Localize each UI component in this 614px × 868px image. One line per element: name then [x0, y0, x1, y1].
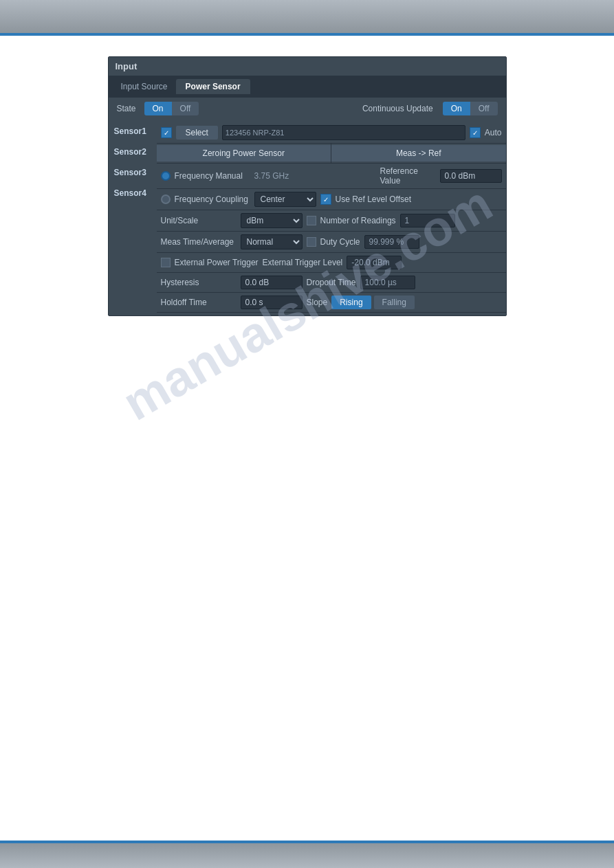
- hysteresis-input[interactable]: [241, 276, 303, 289]
- state-off-button[interactable]: Off: [172, 102, 199, 115]
- frequency-coupling-row: Frequency Coupling Center ✓ Use Ref Leve…: [157, 189, 506, 210]
- hysteresis-label: Hysteresis: [161, 278, 237, 287]
- external-trigger-level-input[interactable]: [347, 256, 402, 269]
- holdoff-time-input[interactable]: [241, 296, 303, 309]
- reference-value-label: Reference Value: [380, 166, 436, 186]
- top-bar-blue-line: [0, 33, 614, 36]
- number-of-readings-checkbox[interactable]: [307, 216, 316, 225]
- form-area: ✓ Select ✓ Auto Zeroing Power Sensor Mea…: [157, 120, 506, 315]
- sensor1-checkbox[interactable]: ✓: [161, 127, 172, 138]
- continuous-on-button[interactable]: On: [443, 102, 470, 115]
- frequency-manual-label: Frequency Manual: [175, 171, 250, 181]
- slope-section: Slope Rising Falling: [307, 296, 502, 309]
- sensor1-btn[interactable]: Sensor1: [109, 121, 157, 142]
- panel: Input Input Source Power Sensor State On…: [108, 56, 507, 316]
- frequency-manual-value: 3.75 GHz: [254, 171, 376, 181]
- auto-checkbox[interactable]: ✓: [470, 127, 481, 138]
- duty-cycle-label: Duty Cycle: [320, 237, 360, 247]
- bottom-bar: [0, 841, 614, 868]
- tab-bar: Input Source Power Sensor: [109, 76, 506, 98]
- slope-label: Slope: [307, 298, 328, 307]
- rising-button[interactable]: Rising: [331, 296, 371, 309]
- duty-cycle-input[interactable]: [364, 235, 419, 249]
- duty-cycle-section: Duty Cycle: [307, 235, 502, 249]
- top-bar: [0, 0, 614, 36]
- auto-label: Auto: [485, 128, 502, 137]
- falling-button[interactable]: Falling: [374, 296, 415, 309]
- frequency-coupling-select[interactable]: Center: [254, 192, 316, 207]
- frequency-manual-row: Frequency Manual 3.75 GHz Reference Valu…: [157, 164, 506, 189]
- use-ref-level-offset-label: Use Ref Level Offset: [336, 194, 412, 204]
- state-row: State On Off Continuous Update On Off: [109, 98, 506, 120]
- external-trigger-level-label: External Trigger Level: [263, 258, 343, 267]
- continuous-update-btn-group: On Off: [443, 102, 498, 115]
- duty-cycle-checkbox[interactable]: [307, 237, 316, 247]
- sensor1-row: ✓ Select ✓ Auto: [157, 122, 506, 144]
- frequency-coupling-label: Frequency Coupling: [175, 194, 250, 204]
- number-of-readings-input[interactable]: [400, 214, 455, 227]
- sensor-dropdown[interactable]: [222, 125, 465, 140]
- zeroing-button[interactable]: Zeroing Power Sensor: [157, 145, 331, 162]
- external-power-trigger-checkbox[interactable]: [161, 258, 171, 267]
- number-of-readings-label: Number of Readings: [320, 216, 396, 225]
- frequency-manual-radio[interactable]: [161, 171, 171, 181]
- sensor3-btn[interactable]: Sensor3: [109, 162, 157, 183]
- external-trigger-level-section: External Trigger Level: [263, 256, 502, 269]
- use-ref-level-offset-section: ✓ Use Ref Level Offset: [320, 194, 502, 205]
- sensor4-btn[interactable]: Sensor4: [109, 183, 157, 203]
- select-button[interactable]: Select: [176, 126, 218, 140]
- dropout-time-section: Dropout Time: [307, 276, 502, 289]
- zeroing-row: Zeroing Power Sensor Meas -> Ref: [157, 144, 506, 164]
- sensor2-btn[interactable]: Sensor2: [109, 142, 157, 162]
- unit-scale-label: Unit/Scale: [161, 216, 237, 225]
- number-of-readings-section: Number of Readings: [307, 214, 502, 227]
- hysteresis-row: Hysteresis Dropout Time: [157, 273, 506, 293]
- panel-header: Input: [109, 57, 506, 76]
- meas-time-average-label: Meas Time/Average: [161, 237, 237, 247]
- external-power-trigger-row: External Power Trigger External Trigger …: [157, 253, 506, 273]
- unit-scale-row: Unit/Scale dBm Number of Readings: [157, 210, 506, 232]
- slope-btn-group: Rising Falling: [331, 296, 415, 309]
- frequency-coupling-radio[interactable]: [161, 194, 171, 204]
- main-content: Input Input Source Power Sensor State On…: [0, 36, 614, 337]
- unit-scale-select[interactable]: dBm: [241, 213, 303, 228]
- dropout-time-label: Dropout Time: [307, 278, 356, 287]
- tab-input-source[interactable]: Input Source: [113, 79, 176, 94]
- continuous-off-button[interactable]: Off: [470, 102, 498, 115]
- sensor-nav: Sensor1 Sensor2 Sensor3 Sensor4: [109, 120, 157, 315]
- state-label: State: [117, 104, 136, 113]
- tab-power-sensor[interactable]: Power Sensor: [176, 79, 250, 94]
- meas-time-average-row: Meas Time/Average Normal Duty Cycle: [157, 232, 506, 253]
- continuous-update-label: Continuous Update: [362, 104, 433, 113]
- reference-value-section: Reference Value: [380, 166, 502, 186]
- bottom-bar-blue-line: [0, 841, 614, 843]
- state-on-button[interactable]: On: [144, 102, 172, 115]
- meas-time-average-select[interactable]: Normal: [241, 234, 303, 249]
- use-ref-level-offset-checkbox[interactable]: ✓: [320, 194, 331, 205]
- meas-ref-button[interactable]: Meas -> Ref: [331, 145, 506, 162]
- reference-value-input[interactable]: [440, 169, 502, 183]
- holdoff-time-row: Holdoff Time Slope Rising Falling: [157, 293, 506, 313]
- state-btn-group: On Off: [144, 102, 199, 115]
- holdoff-time-label: Holdoff Time: [161, 298, 237, 307]
- dropout-time-input[interactable]: [360, 276, 415, 289]
- sensor-grid: Sensor1 Sensor2 Sensor3 Sensor4 ✓ Select…: [109, 120, 506, 315]
- external-power-trigger-label: External Power Trigger: [175, 258, 259, 267]
- panel-title: Input: [116, 61, 138, 71]
